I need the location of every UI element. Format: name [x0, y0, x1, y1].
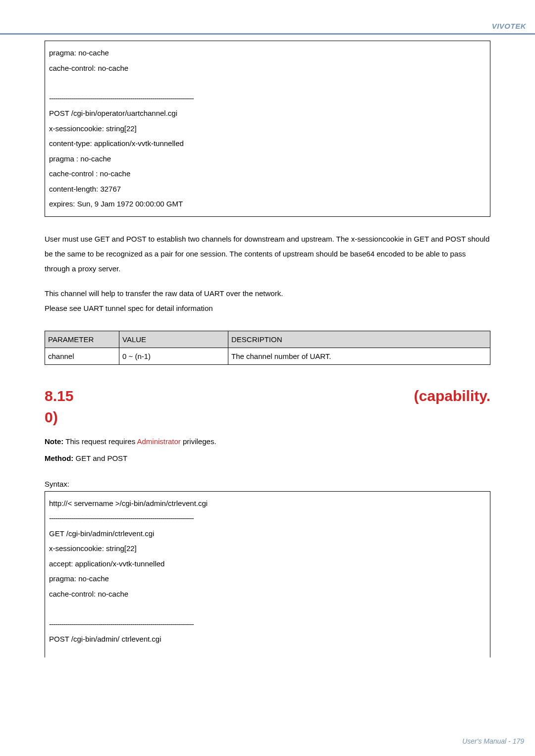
table-cell-parameter: channel: [45, 348, 119, 364]
code-line: expires: Sun, 9 Jam 1972 00:00:00 GMT: [49, 197, 486, 211]
note-line: Note: This request requires Administrato…: [45, 434, 490, 449]
page-container: VIVOTEK pragma: no-cache cache-control: …: [0, 0, 535, 756]
code-line: cache-control : no-cache: [49, 167, 486, 181]
code-line: accept: application/x-vvtk-tunnelled: [49, 557, 486, 571]
method-label: Method:: [45, 454, 73, 462]
table-row: channel 0 ~ (n-1) The channel number of …: [45, 348, 490, 364]
section-suffix: 0): [45, 409, 490, 425]
parameter-table: PARAMETER VALUE DESCRIPTION channel 0 ~ …: [45, 331, 490, 365]
separator-line: ----------------------------------------…: [49, 511, 486, 526]
table-header-row: PARAMETER VALUE DESCRIPTION: [45, 331, 490, 348]
code-line: pragma: no-cache: [49, 572, 486, 586]
section-title-row: 8.15 (capability.: [45, 388, 490, 404]
page-content: pragma: no-cache cache-control: no-cache…: [0, 35, 535, 657]
table-header-parameter: PARAMETER: [45, 331, 119, 348]
method-value: GET and POST: [76, 454, 128, 462]
paragraph-explanation-2: This channel will help to transfer the r…: [45, 286, 490, 316]
code-line: http://< servername >/cgi-bin/admin/ctrl…: [49, 497, 486, 511]
http-block-1: pragma: no-cache cache-control: no-cache…: [45, 41, 490, 217]
page-footer: User's Manual - 179: [462, 737, 524, 745]
code-line: x-sessioncookie: string[22]: [49, 542, 486, 556]
note-admin: Administrator: [137, 437, 180, 446]
table-cell-value: 0 ~ (n-1): [119, 348, 228, 364]
separator-line: ----------------------------------------…: [49, 617, 486, 632]
code-line: content-length: 32767: [49, 182, 486, 197]
para2-line1: This channel will help to transfer the r…: [45, 289, 283, 298]
brand-text: VIVOTEK: [492, 22, 526, 30]
paragraph-explanation-1: User must use GET and POST to establish …: [45, 232, 490, 276]
code-line: cache-control: no-cache: [49, 61, 486, 76]
note-mid1: This request requires: [65, 437, 137, 446]
note-prefix: Note:: [45, 437, 63, 446]
table-header-value: VALUE: [119, 331, 228, 348]
section-capability: (capability.: [414, 388, 490, 404]
code-line: pragma : no-cache: [49, 152, 486, 166]
method-line: Method: GET and POST: [45, 451, 490, 466]
table-header-description: DESCRIPTION: [228, 331, 490, 348]
note-mid2: privileges.: [183, 437, 216, 446]
code-line: POST /cgi-bin/admin/ ctrlevent.cgi: [49, 632, 486, 647]
syntax-label: Syntax:: [45, 480, 490, 488]
separator-line: ----------------------------------------…: [49, 92, 486, 106]
table-cell-description: The channel number of UART.: [228, 348, 490, 364]
http-block-2: http://< servername >/cgi-bin/admin/ctrl…: [45, 491, 490, 657]
code-line: content-type: application/x-vvtk-tunnell…: [49, 137, 486, 151]
page-header: VIVOTEK: [0, 0, 535, 35]
section-number: 8.15: [45, 388, 73, 404]
code-line: cache-control: no-cache: [49, 587, 486, 602]
para2-line2: Please see UART tunnel spec for detail i…: [45, 304, 213, 312]
code-line: POST /cgi-bin/operator/uartchannel.cgi: [49, 106, 486, 121]
code-line: x-sessioncookie: string[22]: [49, 122, 486, 136]
code-line: pragma: no-cache: [49, 46, 486, 60]
code-line: GET /cgi-bin/admin/ctrlevent.cgi: [49, 527, 486, 541]
